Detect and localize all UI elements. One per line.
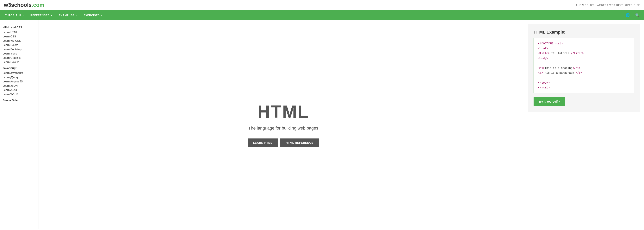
sidebar-item-learn-angularjs[interactable]: Learn AngularJS xyxy=(2,79,38,84)
sidebar-item-learn-colors[interactable]: Learn Colors xyxy=(2,43,38,47)
code-line-2: <html> xyxy=(538,46,630,51)
sidebar-item-learn-w3js[interactable]: Learn W3.JS xyxy=(2,92,38,96)
page-subtitle: The language for building web pages xyxy=(248,126,318,131)
chevron-down-icon: ▼ xyxy=(50,14,53,16)
sidebar-section-javascript: JavaScript Learn JavaScript Learn jQuery… xyxy=(2,67,38,96)
top-header: w3schools.com THE WORLD'S LARGEST WEB DE… xyxy=(0,0,644,10)
sidebar-item-learn-how-to[interactable]: Learn How To xyxy=(2,60,38,64)
example-title: HTML Example: xyxy=(534,30,634,35)
sidebar-section-title-html-css: HTML and CSS xyxy=(3,26,38,29)
nav-references[interactable]: REFERENCES ▼ xyxy=(27,10,56,20)
sidebar-item-learn-html[interactable]: Learn HTML xyxy=(2,30,38,34)
search-icon-button[interactable]: 🔍 xyxy=(632,10,642,20)
code-line-blank-1 xyxy=(538,61,630,66)
nav-tutorials[interactable]: TUTORIALS ▼ xyxy=(2,10,27,20)
sidebar-item-learn-graphics[interactable]: Learn Graphics xyxy=(2,56,38,60)
sidebar-item-learn-js[interactable]: Learn JavaScript xyxy=(2,71,38,75)
code-line-8: </html> xyxy=(538,85,630,90)
nav-exercises[interactable]: EXERCISES ▼ xyxy=(80,10,106,20)
code-line-3: <title>HTML Tutorial</title> xyxy=(538,51,630,56)
action-buttons: LEARN HTML HTML REFERENCE xyxy=(248,138,319,147)
chevron-down-icon: ▼ xyxy=(22,14,24,16)
chevron-down-icon: ▼ xyxy=(75,14,77,16)
learn-html-button[interactable]: LEARN HTML xyxy=(248,138,278,147)
page-layout: HTML and CSS Learn HTML Learn CSS Learn … xyxy=(0,20,644,229)
code-line-7: </body> xyxy=(538,81,630,85)
sidebar-item-learn-bootstrap[interactable]: Learn Bootstrap xyxy=(2,47,38,51)
code-line-4: <body> xyxy=(538,56,630,61)
logo[interactable]: w3schools.com xyxy=(4,2,44,8)
page-title: HTML xyxy=(258,102,309,122)
sidebar-section-html-css: HTML and CSS Learn HTML Learn CSS Learn … xyxy=(2,26,38,64)
content-area: HTML The language for building web pages… xyxy=(39,20,644,229)
logo-domain: .com xyxy=(32,2,44,8)
navbar: TUTORIALS ▼ REFERENCES ▼ EXAMPLES ▼ EXER… xyxy=(0,10,644,20)
sidebar-section-title-js: JavaScript xyxy=(3,67,38,70)
sidebar-item-learn-css[interactable]: Learn CSS xyxy=(2,34,38,39)
sidebar-section-server-side: Server Side xyxy=(2,99,38,102)
main-content: HTML The language for building web pages… xyxy=(39,20,528,229)
sidebar: HTML and CSS Learn HTML Learn CSS Learn … xyxy=(0,20,39,229)
code-line-1: <!DOCTYPE html> xyxy=(538,41,630,46)
html-reference-button[interactable]: HTML REFERENCE xyxy=(280,138,319,147)
sidebar-item-learn-json[interactable]: Learn JSON xyxy=(2,84,38,88)
chevron-down-icon: ▼ xyxy=(101,14,103,16)
sidebar-item-learn-w3css[interactable]: Learn W3.CSS xyxy=(2,39,38,43)
tagline: THE WORLD'S LARGEST WEB DEVELOPER SITE xyxy=(576,4,640,6)
code-line-6: <p>This is a paragraph.</p> xyxy=(538,71,630,75)
try-it-yourself-button[interactable]: Try it Yourself » xyxy=(534,97,565,106)
example-panel: HTML Example: <!DOCTYPE html> <html> <ti… xyxy=(528,24,640,112)
sidebar-item-learn-jquery[interactable]: Learn jQuery xyxy=(2,75,38,79)
globe-icon-button[interactable]: 🌐 xyxy=(623,10,632,20)
sidebar-section-title-server: Server Side xyxy=(3,99,38,102)
code-line-blank-2 xyxy=(538,75,630,80)
code-example: <!DOCTYPE html> <html> <title>HTML Tutor… xyxy=(534,38,634,93)
code-line-5: <h1>This is a heading</h1> xyxy=(538,66,630,71)
sidebar-item-learn-icons[interactable]: Learn Icons xyxy=(2,51,38,56)
sidebar-item-learn-ajax[interactable]: Learn AJAX xyxy=(2,88,38,92)
nav-examples[interactable]: EXAMPLES ▼ xyxy=(56,10,80,20)
logo-text: w3schools xyxy=(4,2,32,8)
